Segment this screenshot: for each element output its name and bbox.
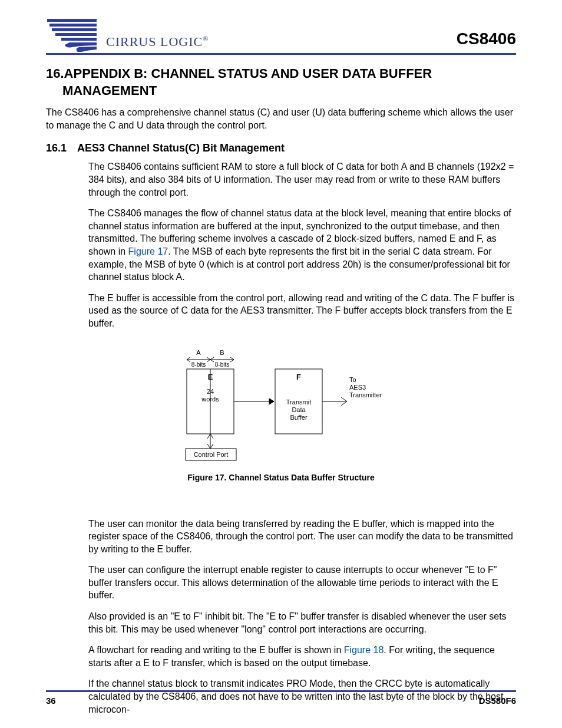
brand-logo: CIRRUS LOGIC®: [46, 18, 209, 52]
svg-text:B: B: [220, 349, 224, 356]
subsection-number: 16.1: [46, 142, 67, 154]
svg-text:Data: Data: [292, 406, 306, 413]
svg-text:E: E: [208, 373, 213, 381]
svg-text:Control Port: Control Port: [194, 451, 229, 458]
figure-reference-link[interactable]: Figure 18: [344, 645, 384, 655]
section-title-line1: APPENDIX B: CHANNEL STATUS AND USER DATA…: [64, 66, 432, 81]
svg-rect-4: [61, 38, 97, 41]
svg-text:Buffer: Buffer: [290, 414, 307, 421]
svg-rect-0: [47, 19, 97, 22]
section-heading: 16.APPENDIX B: CHANNEL STATUS AND USER D…: [46, 65, 516, 99]
body-paragraph: The CS8406 contains sufficient RAM to st…: [88, 160, 516, 199]
body-paragraph: The user can configure the interrupt ena…: [88, 564, 516, 602]
svg-rect-2: [52, 28, 97, 31]
body-paragraph: The E buffer is accessible from the cont…: [88, 292, 516, 330]
figure-17: A B 8-bits 8-bits E 24 words F Transmit …: [46, 345, 516, 482]
body-top: The CS8406 contains sufficient RAM to st…: [46, 160, 516, 330]
body-paragraph: The CS8406 manages the flow of channel s…: [88, 207, 516, 284]
intro-paragraph: The CS8406 has a comprehensive channel s…: [46, 106, 516, 131]
figure-reference-link[interactable]: Figure 17: [128, 246, 168, 256]
section-number: 16.: [46, 65, 64, 83]
figure-caption: Figure 17. Channel Status Data Buffer St…: [46, 473, 516, 482]
page-header: CIRRUS LOGIC® CS8406: [46, 18, 516, 55]
body-bottom: The user can monitor the data being tran…: [46, 518, 516, 716]
body-paragraph: The user can monitor the data being tran…: [88, 518, 516, 556]
subsection-heading: 16.1AES3 Channel Status(C) Bit Managemen…: [46, 142, 516, 154]
page-number: 36: [46, 696, 56, 706]
section-title-line2: MANAGEMENT: [62, 83, 516, 100]
doc-code: DS580F6: [479, 696, 516, 706]
svg-text:8-bits: 8-bits: [191, 361, 206, 368]
svg-text:8-bits: 8-bits: [215, 361, 229, 368]
svg-rect-3: [55, 33, 97, 36]
page-footer: 36 DS580F6: [46, 690, 516, 706]
svg-text:24: 24: [207, 388, 214, 395]
buffer-diagram: A B 8-bits 8-bits E 24 words F Transmit …: [175, 345, 387, 463]
svg-text:To: To: [349, 376, 356, 383]
svg-text:Transmit: Transmit: [286, 398, 311, 406]
document-id: CS8406: [457, 29, 516, 52]
subsection-title: AES3 Channel Status(C) Bit Management: [77, 142, 285, 154]
svg-rect-1: [49, 24, 97, 27]
svg-text:F: F: [296, 373, 301, 381]
svg-marker-9: [269, 398, 274, 404]
body-paragraph: A flowchart for reading and writing to t…: [88, 644, 516, 669]
body-paragraph: Also provided is an "E to F" inhibit bit…: [88, 610, 516, 635]
svg-text:words: words: [201, 396, 219, 403]
cirrus-logo-icon: [46, 18, 103, 52]
svg-text:A: A: [196, 349, 201, 356]
svg-text:AES3: AES3: [349, 384, 366, 391]
brand-name: CIRRUS LOGIC®: [106, 34, 209, 52]
svg-text:Transmitter: Transmitter: [349, 391, 382, 398]
